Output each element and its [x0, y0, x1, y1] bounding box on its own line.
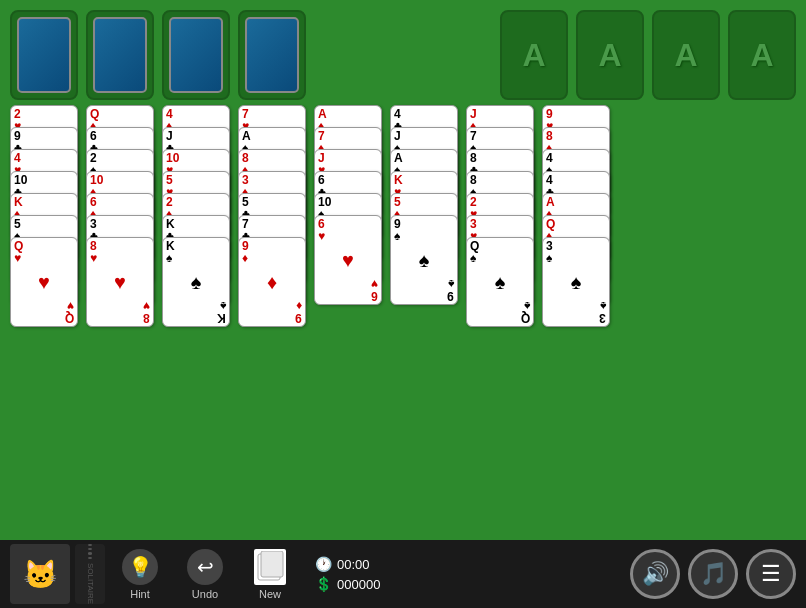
- svg-rect-1: [261, 551, 283, 577]
- toolbar: 🐱 SOLITAIRE 💡 Hint ↩ Undo New 🕐 00:00 💲 …: [0, 540, 806, 608]
- menu-button[interactable]: ☰: [746, 549, 796, 599]
- stock-pile-1[interactable]: [10, 10, 78, 100]
- card[interactable]: 9 ♦ 9 ♦ ♦: [238, 237, 306, 327]
- undo-icon: ↩: [187, 549, 223, 585]
- hint-button[interactable]: 💡 Hint: [110, 544, 170, 604]
- column-0: 2 ♥ 2 ♥ ♥ 9 ♣ 9 ♣ ♣ 4 ♥ 4 ♥ ♥ 10 ♣ 10 ♣ …: [10, 105, 78, 337]
- foundation-4[interactable]: A: [728, 10, 796, 100]
- foundation-3[interactable]: A: [652, 10, 720, 100]
- score-row: 💲 000000: [315, 576, 380, 592]
- right-buttons: 🔊 🎵 ☰: [630, 549, 796, 599]
- column-7: 9 ♥ 9 ♥ ♥ 8 ♦ 8 ♦ ♦ 4 ♠ 4 ♠ ♠ 4 ♣ 4 ♣ ♣ …: [542, 105, 610, 337]
- card[interactable]: 3 ♠ 3 ♠ ♠: [542, 237, 610, 327]
- column-2: 4 ♦ 4 ♦ ♦ J ♣ J ♣ ♣ 10 ♥ 10 ♥ ♥ 5 ♥ 5 ♥ …: [162, 105, 230, 337]
- new-doc-icon: [254, 549, 286, 585]
- stock-pile-2[interactable]: [86, 10, 154, 100]
- undo-button[interactable]: ↩ Undo: [175, 544, 235, 604]
- music-button[interactable]: 🎵: [688, 549, 738, 599]
- foundation-1[interactable]: A: [500, 10, 568, 100]
- stock-pile-3[interactable]: [162, 10, 230, 100]
- undo-label: Undo: [192, 588, 218, 600]
- hint-label: Hint: [130, 588, 150, 600]
- volume-button[interactable]: 🔊: [630, 549, 680, 599]
- stats-area: 🕐 00:00 💲 000000: [315, 556, 380, 592]
- card[interactable]: 8 ♥ 8 ♥ ♥: [86, 237, 154, 327]
- top-row: A A A A: [0, 0, 806, 105]
- avatar: 🐱: [10, 544, 70, 604]
- card[interactable]: K ♠ K ♠ ♠: [162, 237, 230, 327]
- new-button[interactable]: New: [240, 544, 300, 604]
- card[interactable]: 6 ♥ 6 ♥ ♥: [314, 215, 382, 305]
- cat-info: SOLITAIRE: [75, 544, 105, 604]
- hint-icon: 💡: [122, 549, 158, 585]
- column-6: J ♦ J ♦ ♦ 7 ♠ 7 ♠ ♠ 8 ♣ 8 ♣ ♣ 8 ♠ 8 ♠ ♠ …: [466, 105, 534, 337]
- timer-value: 00:00: [337, 557, 370, 572]
- column-1: Q ♦ Q ♦ ♦ 6 ♣ 6 ♣ ♣ 2 ♠ 2 ♠ ♠ 10 ♦ 10 ♦ …: [86, 105, 154, 337]
- foundation-2[interactable]: A: [576, 10, 644, 100]
- card[interactable]: 9 ♠ 9 ♠ ♠: [390, 215, 458, 305]
- timer-row: 🕐 00:00: [315, 556, 380, 572]
- new-label: New: [259, 588, 281, 600]
- timer-icon: 🕐: [315, 556, 332, 572]
- game-area: A A A A 2 ♥ 2 ♥ ♥ 9 ♣ 9 ♣ ♣ 4 ♥ 4 ♥: [0, 0, 806, 540]
- column-4: A ♦ A ♦ ♦ 7 ♦ 7 ♦ ♦ J ♥ J ♥ ♥ 6 ♣ 6 ♣ ♣ …: [314, 105, 382, 315]
- column-5: 4 ♣ 4 ♣ ♣ J ♠ J ♠ ♠ A ♠ A ♠ ♠ K ♥ K ♥ ♥ …: [390, 105, 458, 315]
- score-icon: 💲: [315, 576, 332, 592]
- card[interactable]: Q ♠ Q ♠ ♠: [466, 237, 534, 327]
- score-value: 000000: [337, 577, 380, 592]
- card[interactable]: Q ♥ Q ♥ ♥: [10, 237, 78, 327]
- tableau: 2 ♥ 2 ♥ ♥ 9 ♣ 9 ♣ ♣ 4 ♥ 4 ♥ ♥ 10 ♣ 10 ♣ …: [0, 105, 806, 337]
- column-3: 7 ♥ 7 ♥ ♥ A ♠ A ♠ ♠ 8 ♦ 8 ♦ ♦ 3 ♦ 3 ♦ ♦ …: [238, 105, 306, 337]
- stock-pile-4[interactable]: [238, 10, 306, 100]
